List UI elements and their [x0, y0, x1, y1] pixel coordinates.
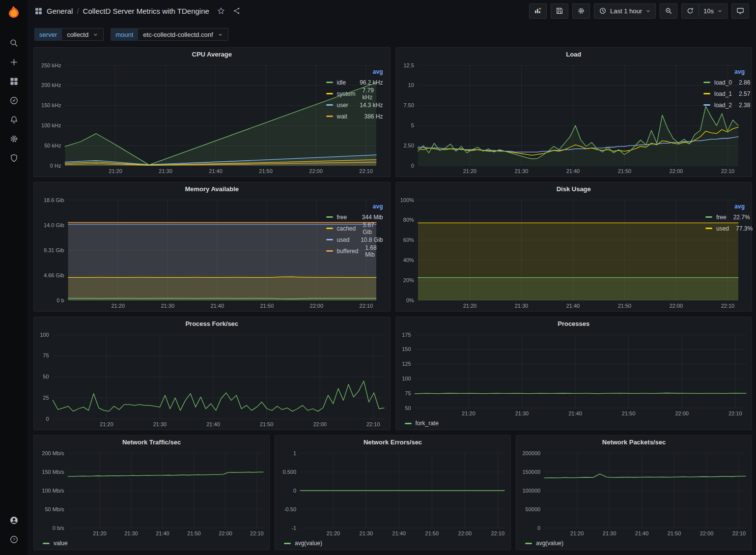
breadcrumb-title[interactable]: CollectD Server Metrics with TDengine	[83, 7, 209, 15]
svg-text:21:20: 21:20	[327, 530, 340, 536]
save-dashboard-button[interactable]	[551, 3, 568, 19]
refresh-button[interactable]	[681, 3, 699, 19]
svg-text:50 Mb/s: 50 Mb/s	[45, 506, 64, 512]
shield-icon	[9, 153, 19, 163]
grafana-logo[interactable]	[6, 5, 22, 21]
sidebar-item-help[interactable]: ?	[3, 530, 25, 549]
svg-text:0.500: 0.500	[282, 469, 296, 475]
variable-mount-value: etc-collectd-collectd.conf	[143, 31, 213, 38]
svg-text:21:20: 21:20	[93, 530, 107, 536]
time-range-picker[interactable]: Last 1 hour	[594, 3, 656, 19]
panel-title[interactable]: Network Traffic/sec	[34, 436, 269, 449]
star-icon[interactable]	[217, 7, 225, 15]
sidebar-item-search[interactable]	[3, 33, 25, 53]
svg-text:1: 1	[293, 450, 296, 456]
time-series-chart[interactable]: 05000010000015000020000021:2021:3021:402…	[518, 449, 750, 538]
panel-title[interactable]: Disk Usage	[396, 182, 752, 196]
sidebar-item-server-admin[interactable]	[3, 148, 25, 168]
svg-text:22:00: 22:00	[700, 530, 714, 536]
svg-text:21:50: 21:50	[621, 410, 635, 416]
add-panel-button[interactable]	[529, 3, 547, 19]
time-series-chart[interactable]: 507510012515017521:2021:3021:4021:5022:0…	[398, 331, 750, 418]
svg-text:150 kHz: 150 kHz	[41, 102, 61, 108]
series-color-icon	[43, 543, 50, 544]
svg-text:21:20: 21:20	[462, 410, 476, 416]
svg-text:25: 25	[43, 395, 49, 401]
panel-network-errors: Network Errors/sec -1-0.5000.500121:2021…	[275, 435, 511, 550]
variable-server-dropdown[interactable]: collectd	[62, 28, 104, 41]
legend-series-fork_rate[interactable]: fork_rate	[398, 418, 750, 429]
refresh-interval-label: 10s	[703, 7, 714, 15]
svg-text:21:40: 21:40	[566, 303, 580, 309]
sidebar-item-create[interactable]	[3, 53, 25, 72]
svg-text:22:10: 22:10	[360, 303, 373, 309]
svg-text:21:20: 21:20	[111, 303, 125, 309]
sidebar-item-configuration[interactable]	[3, 129, 25, 148]
svg-text:21:30: 21:30	[124, 530, 138, 536]
sidebar-item-alerting[interactable]	[3, 110, 25, 129]
svg-text:125: 125	[402, 361, 411, 367]
svg-text:50: 50	[405, 405, 411, 411]
panel-title[interactable]: Load	[396, 48, 752, 61]
time-series-chart[interactable]: 025507510021:2021:3021:4021:5022:0022:10	[36, 331, 388, 429]
monitor-icon	[736, 7, 744, 15]
svg-text:100000: 100000	[522, 488, 540, 494]
svg-text:40%: 40%	[403, 257, 414, 263]
svg-text:20%: 20%	[403, 277, 414, 283]
panel-title[interactable]: Network Errors/sec	[275, 436, 510, 449]
zoom-out-button[interactable]	[660, 3, 677, 19]
variable-mount-dropdown[interactable]: etc-collectd-collectd.conf	[138, 28, 228, 41]
svg-text:60%: 60%	[403, 237, 414, 243]
panel-title[interactable]: Memory Available	[34, 182, 390, 196]
svg-text:50000: 50000	[526, 506, 541, 512]
legend-series-avg(value)[interactable]: avg(value)	[277, 538, 508, 549]
svg-text:21:20: 21:20	[109, 168, 122, 174]
time-series-chart[interactable]: 0%20%40%60%80%100%21:2021:3021:4021:5022…	[398, 196, 703, 310]
svg-text:21:40: 21:40	[568, 410, 582, 416]
svg-text:21:50: 21:50	[617, 303, 631, 309]
svg-text:22:00: 22:00	[669, 303, 683, 309]
dashboard-settings-button[interactable]	[572, 3, 590, 19]
time-series-chart[interactable]: -1-0.5000.500121:2021:3021:4021:5022:002…	[277, 449, 508, 538]
svg-text:150 Mb/s: 150 Mb/s	[42, 469, 64, 475]
svg-text:21:30: 21:30	[603, 530, 616, 536]
svg-text:21:30: 21:30	[161, 303, 174, 309]
panel-cpu-average: CPU Average 0 Hz50 kHz100 kHz150 kHz200 …	[33, 47, 391, 177]
panel-title[interactable]: Process Fork/sec	[34, 317, 390, 331]
share-icon[interactable]	[233, 7, 241, 15]
svg-text:150: 150	[402, 346, 411, 352]
svg-text:200 kHz: 200 kHz	[41, 82, 61, 88]
svg-text:150000: 150000	[522, 469, 540, 475]
svg-text:22:10: 22:10	[732, 530, 746, 536]
svg-text:21:40: 21:40	[206, 421, 220, 427]
time-series-chart[interactable]: 0 b4.66 Gib9.31 Gib14.0 Gib18.6 Gib21:20…	[36, 196, 323, 310]
tv-mode-button[interactable]	[731, 3, 749, 19]
panel-title[interactable]: CPU Average	[34, 48, 390, 61]
panel-title[interactable]: Network Packets/sec	[516, 436, 752, 449]
sidebar-item-profile[interactable]	[3, 511, 25, 530]
time-series-chart[interactable]: 0 b/s50 Mb/s100 Mb/s150 Mb/s200 Mb/s21:2…	[36, 449, 267, 538]
chevron-down-icon	[218, 32, 223, 37]
svg-text:22:00: 22:00	[310, 303, 324, 309]
legend-series-value[interactable]: value	[36, 538, 267, 549]
panel-title[interactable]: Processes	[396, 317, 752, 331]
main-area: General / CollectD Server Metrics with T…	[28, 0, 756, 555]
svg-text:50 kHz: 50 kHz	[44, 143, 61, 148]
breadcrumb-folder[interactable]: General	[47, 7, 73, 15]
svg-text:21:50: 21:50	[425, 530, 439, 536]
sidebar-item-dashboards[interactable]	[3, 72, 25, 91]
panel-memory-available: Memory Available 0 b4.66 Gib9.31 Gib14.0…	[33, 182, 391, 312]
svg-text:22:10: 22:10	[491, 530, 505, 536]
legend-series-avg(value)[interactable]: avg(value)	[518, 538, 750, 549]
refresh-interval-picker[interactable]: 10s	[699, 3, 728, 19]
series-color-icon	[284, 543, 291, 544]
svg-text:22:10: 22:10	[728, 410, 742, 416]
time-series-chart[interactable]: 02.5057.501012.521:2021:3021:4021:5022:0…	[398, 61, 701, 175]
svg-text:21:50: 21:50	[259, 168, 273, 174]
time-series-chart[interactable]: 0 Hz50 kHz100 kHz150 kHz200 kHz250 kHz21…	[36, 61, 323, 175]
compass-icon	[9, 96, 19, 105]
plus-icon	[9, 58, 19, 67]
sidebar-item-explore[interactable]	[3, 91, 25, 110]
variable-server-value: collectd	[67, 31, 88, 38]
svg-text:75: 75	[43, 352, 49, 358]
